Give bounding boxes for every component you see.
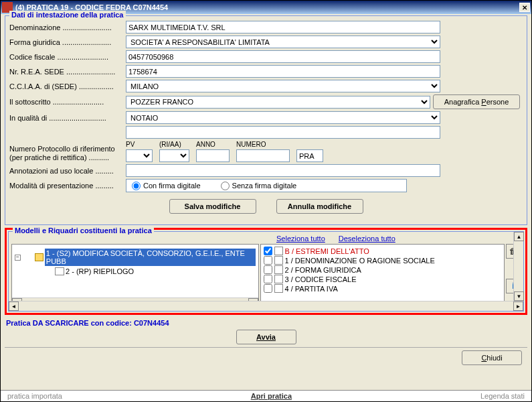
sottoscritto-select[interactable]: POZZER FRANCO [126, 96, 430, 109]
status-line: Pratica DA SCARICARE con codice: C07N445… [6, 319, 527, 327]
lbl-anno: ANNO [196, 141, 230, 148]
tree-item-2[interactable]: 2 - (RP) RIEPILOGO [66, 267, 134, 275]
footer-right: Legenda stati [480, 392, 525, 400]
denominazione-input[interactable] [126, 21, 440, 34]
check-h-scroll[interactable]: ◄► [260, 301, 505, 308]
lbl-rea: Nr. R.E.A. SEDE ........................ [9, 68, 123, 76]
lbl-cciaa: C.C.I.A.A. di (SEDE) ................. [9, 82, 123, 90]
lbl-pv: PV [126, 141, 153, 148]
pra-display [296, 149, 323, 162]
pv-select[interactable] [126, 149, 153, 162]
close-icon[interactable]: ✕ [519, 3, 530, 12]
radio-con-firma[interactable]: Con firma digitale [132, 182, 201, 190]
chiudi-button[interactable]: Chiudi [462, 350, 522, 365]
header-legend: Dati di intestazione della pratica [9, 11, 126, 19]
codfisc-input[interactable] [126, 50, 440, 63]
seleziona-tutto-link[interactable]: Seleziona tutto [276, 234, 325, 243]
lbl-protocollo2: (per pratiche di rettifica) .......... [9, 153, 109, 161]
lbl-annotazioni: Annotazioni ad uso locale ......... [9, 167, 123, 175]
anno-input[interactable] [196, 149, 230, 162]
tree-panel[interactable]: − 1 - (S2) MODIFICA SOCIETÀ, CONSORZIO, … [11, 244, 259, 308]
deseleziona-tutto-link[interactable]: Deseleziona tutto [339, 234, 395, 243]
riaa-select[interactable] [159, 149, 189, 162]
salva-button[interactable]: Salva modifiche [169, 199, 256, 214]
lbl-forma: Forma giuridica ........................ [9, 38, 123, 46]
blank-input[interactable] [126, 126, 440, 139]
lbl-protocollo: Numero Protocollo di riferimento [9, 145, 115, 153]
check-b[interactable] [264, 247, 272, 255]
forma-select[interactable]: SOCIETA' A RESPONSABILITA' LIMITATA [126, 36, 440, 48]
radio-senza-firma[interactable]: Senza firma digitale [221, 182, 297, 190]
tree-legend: Modelli e Riquadri costituenti la pratic… [13, 226, 154, 234]
anagrafica-button[interactable]: Anagrafica Persone [433, 94, 520, 109]
footer-left: pratica importata [7, 392, 62, 400]
expand-icon[interactable]: − [15, 255, 21, 261]
lbl-riaa: (RI/AA) [159, 141, 189, 148]
numero-input[interactable] [236, 149, 290, 162]
qualita-select[interactable]: NOTAIO [126, 111, 440, 124]
lbl-denominazione: Denominazione ........................ [9, 23, 123, 31]
lbl-qualita: In qualità di ..........................… [9, 114, 123, 122]
avvia-button[interactable]: Avvia [236, 330, 296, 344]
check-4[interactable] [264, 284, 272, 293]
annotazioni-input[interactable] [126, 164, 440, 177]
lbl-modalita: Modalità di presentazione ......... [9, 182, 123, 190]
annulla-button[interactable]: Annulla modifiche [276, 199, 363, 214]
doc-icon [55, 267, 64, 275]
check-1[interactable] [264, 256, 272, 265]
footer: pratica importata Apri pratica Legenda s… [1, 390, 531, 401]
check-2[interactable] [264, 265, 272, 274]
check-panel[interactable]: B / ESTREMI DELL'ATTO 1 / DENOMINAZIONE … [260, 244, 505, 308]
lbl-sottoscritto: Il sottoscritto ........................… [9, 98, 123, 106]
lbl-numero: NUMERO [236, 141, 290, 148]
rea-input[interactable] [126, 65, 440, 78]
apri-pratica-button[interactable]: Apri pratica [251, 392, 292, 400]
lbl-codfisc: Codice fiscale ......................... [9, 53, 123, 61]
folder-icon [35, 253, 43, 261]
check-3[interactable] [264, 275, 272, 283]
tree-item-1[interactable]: 1 - (S2) MODIFICA SOCIETÀ, CONSORZIO, G.… [45, 249, 256, 266]
cciaa-select[interactable]: MILANO [126, 80, 440, 92]
